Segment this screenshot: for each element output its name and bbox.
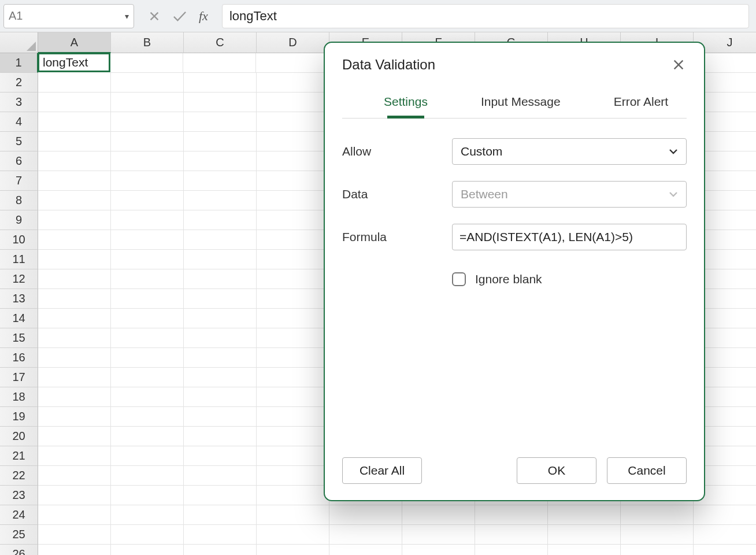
cell[interactable] [257, 427, 329, 446]
cell[interactable] [111, 171, 184, 191]
cell[interactable] [184, 112, 257, 132]
tab-input-message[interactable]: Input Message [481, 95, 561, 118]
cell[interactable] [111, 368, 184, 387]
cell[interactable] [38, 328, 111, 348]
ok-button[interactable]: OK [517, 457, 596, 484]
cell[interactable] [111, 446, 184, 466]
cell[interactable] [184, 505, 257, 525]
cell[interactable] [184, 407, 257, 427]
row-header[interactable]: 12 [0, 269, 38, 289]
cell[interactable] [257, 505, 329, 525]
cell[interactable] [38, 269, 111, 289]
cell[interactable] [38, 171, 111, 191]
cell[interactable] [184, 309, 257, 328]
cell[interactable] [38, 309, 111, 328]
formula-input[interactable]: longText [222, 4, 749, 28]
row-header[interactable]: 15 [0, 328, 38, 348]
cell[interactable] [111, 112, 184, 132]
cell[interactable] [257, 387, 329, 407]
row-header[interactable]: 11 [0, 250, 38, 269]
row-header[interactable]: 26 [0, 545, 38, 555]
row-header[interactable]: 8 [0, 191, 38, 210]
cell[interactable] [38, 348, 111, 368]
cell[interactable] [257, 446, 329, 466]
cell[interactable] [257, 289, 329, 309]
cell[interactable] [38, 73, 111, 92]
cell[interactable] [111, 407, 184, 427]
cell[interactable] [38, 250, 111, 269]
cell[interactable] [184, 348, 257, 368]
cell[interactable] [184, 525, 257, 545]
cell[interactable] [475, 505, 548, 525]
cell[interactable] [111, 466, 184, 486]
cell[interactable] [183, 53, 256, 73]
cell[interactable] [111, 73, 184, 92]
cell[interactable] [184, 269, 257, 289]
cell[interactable] [329, 525, 402, 545]
ignore-blank-checkbox[interactable] [452, 272, 466, 286]
cell[interactable] [694, 545, 756, 555]
row-header[interactable]: 13 [0, 289, 38, 309]
cell[interactable] [111, 545, 184, 555]
name-box[interactable]: A1 ▾ [3, 4, 134, 28]
row-header[interactable]: 22 [0, 466, 38, 486]
cell[interactable] [38, 387, 111, 407]
enter-icon[interactable] [172, 10, 187, 23]
allow-select[interactable]: Custom [452, 138, 687, 165]
cell[interactable] [621, 525, 694, 545]
cell[interactable] [257, 525, 329, 545]
cell[interactable] [38, 525, 111, 545]
fx-label[interactable]: fx [199, 9, 208, 24]
cell[interactable] [184, 427, 257, 446]
cell[interactable] [111, 486, 184, 505]
cell[interactable] [257, 466, 329, 486]
cell[interactable] [475, 525, 548, 545]
cell[interactable] [184, 466, 257, 486]
row-header[interactable]: 6 [0, 151, 38, 171]
row-header[interactable]: 16 [0, 348, 38, 368]
cell[interactable] [621, 545, 694, 555]
column-header[interactable]: B [111, 32, 184, 53]
row-header[interactable]: 7 [0, 171, 38, 191]
cell[interactable] [111, 269, 184, 289]
cell[interactable] [111, 132, 184, 151]
cell[interactable] [111, 210, 184, 230]
cell[interactable] [257, 545, 329, 555]
cell[interactable] [38, 466, 111, 486]
cell[interactable] [38, 132, 111, 151]
cell[interactable] [111, 387, 184, 407]
close-button[interactable] [670, 57, 687, 73]
cell[interactable] [38, 112, 111, 132]
column-header[interactable]: C [184, 32, 257, 53]
cell[interactable] [111, 289, 184, 309]
cell[interactable] [38, 210, 111, 230]
row-header[interactable]: 23 [0, 486, 38, 505]
cell[interactable] [548, 525, 621, 545]
cell[interactable] [184, 486, 257, 505]
cell[interactable] [38, 486, 111, 505]
cell[interactable] [257, 191, 329, 210]
row-header[interactable]: 17 [0, 368, 38, 387]
cell[interactable] [38, 230, 111, 250]
cell[interactable] [111, 230, 184, 250]
cell[interactable] [38, 289, 111, 309]
cell[interactable] [257, 348, 329, 368]
cell[interactable] [257, 92, 329, 112]
row-header[interactable]: 25 [0, 525, 38, 545]
cell[interactable] [257, 112, 329, 132]
cell[interactable] [111, 348, 184, 368]
cell[interactable] [184, 171, 257, 191]
row-header[interactable]: 21 [0, 446, 38, 466]
column-header[interactable]: D [257, 32, 329, 53]
cell[interactable] [257, 486, 329, 505]
cell[interactable] [257, 368, 329, 387]
cell[interactable] [548, 505, 621, 525]
cell[interactable] [111, 151, 184, 171]
cell[interactable] [257, 210, 329, 230]
cell[interactable] [184, 289, 257, 309]
cell[interactable] [257, 132, 329, 151]
row-header[interactable]: 2 [0, 73, 38, 92]
cancel-icon[interactable] [148, 10, 161, 23]
cell[interactable] [184, 446, 257, 466]
cell[interactable] [184, 387, 257, 407]
